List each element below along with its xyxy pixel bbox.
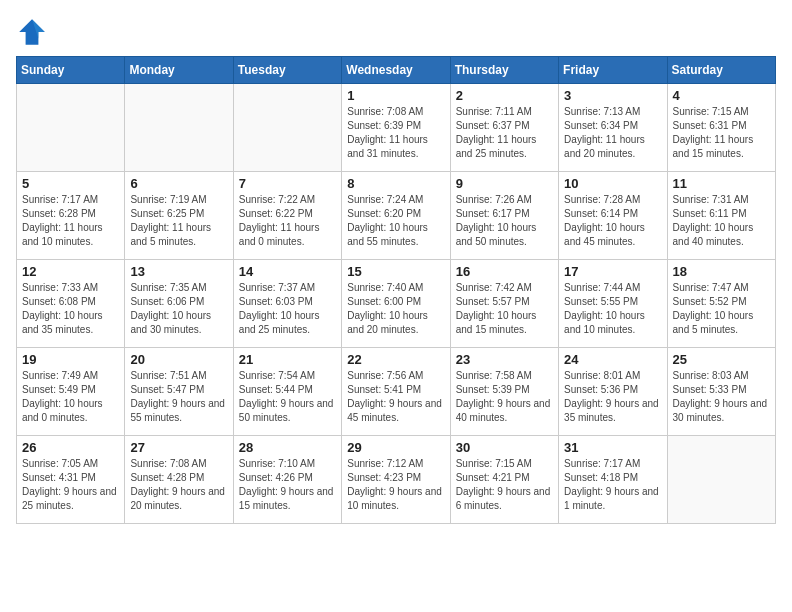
- calendar-cell: 9Sunrise: 7:26 AM Sunset: 6:17 PM Daylig…: [450, 172, 558, 260]
- day-info: Sunrise: 7:15 AM Sunset: 6:31 PM Dayligh…: [673, 105, 770, 161]
- calendar-cell: 16Sunrise: 7:42 AM Sunset: 5:57 PM Dayli…: [450, 260, 558, 348]
- calendar-cell: 22Sunrise: 7:56 AM Sunset: 5:41 PM Dayli…: [342, 348, 450, 436]
- calendar-cell: [125, 84, 233, 172]
- day-info: Sunrise: 7:17 AM Sunset: 4:18 PM Dayligh…: [564, 457, 661, 513]
- day-number: 28: [239, 440, 336, 455]
- calendar-cell: 29Sunrise: 7:12 AM Sunset: 4:23 PM Dayli…: [342, 436, 450, 524]
- calendar-cell: [667, 436, 775, 524]
- day-number: 31: [564, 440, 661, 455]
- day-info: Sunrise: 7:12 AM Sunset: 4:23 PM Dayligh…: [347, 457, 444, 513]
- weekday-header-row: SundayMondayTuesdayWednesdayThursdayFrid…: [17, 57, 776, 84]
- weekday-header-friday: Friday: [559, 57, 667, 84]
- logo-icon: [16, 16, 48, 48]
- day-info: Sunrise: 7:15 AM Sunset: 4:21 PM Dayligh…: [456, 457, 553, 513]
- day-info: Sunrise: 7:54 AM Sunset: 5:44 PM Dayligh…: [239, 369, 336, 425]
- day-number: 25: [673, 352, 770, 367]
- day-info: Sunrise: 8:01 AM Sunset: 5:36 PM Dayligh…: [564, 369, 661, 425]
- day-info: Sunrise: 7:56 AM Sunset: 5:41 PM Dayligh…: [347, 369, 444, 425]
- day-info: Sunrise: 7:05 AM Sunset: 4:31 PM Dayligh…: [22, 457, 119, 513]
- calendar-cell: 4Sunrise: 7:15 AM Sunset: 6:31 PM Daylig…: [667, 84, 775, 172]
- calendar-cell: 19Sunrise: 7:49 AM Sunset: 5:49 PM Dayli…: [17, 348, 125, 436]
- day-number: 2: [456, 88, 553, 103]
- day-info: Sunrise: 7:47 AM Sunset: 5:52 PM Dayligh…: [673, 281, 770, 337]
- calendar-week-row: 12Sunrise: 7:33 AM Sunset: 6:08 PM Dayli…: [17, 260, 776, 348]
- day-number: 27: [130, 440, 227, 455]
- calendar-cell: 2Sunrise: 7:11 AM Sunset: 6:37 PM Daylig…: [450, 84, 558, 172]
- calendar-cell: 11Sunrise: 7:31 AM Sunset: 6:11 PM Dayli…: [667, 172, 775, 260]
- day-number: 15: [347, 264, 444, 279]
- calendar-cell: [17, 84, 125, 172]
- calendar-week-row: 26Sunrise: 7:05 AM Sunset: 4:31 PM Dayli…: [17, 436, 776, 524]
- calendar-cell: [233, 84, 341, 172]
- day-number: 19: [22, 352, 119, 367]
- weekday-header-thursday: Thursday: [450, 57, 558, 84]
- day-number: 10: [564, 176, 661, 191]
- calendar-cell: 20Sunrise: 7:51 AM Sunset: 5:47 PM Dayli…: [125, 348, 233, 436]
- weekday-header-wednesday: Wednesday: [342, 57, 450, 84]
- calendar-cell: 18Sunrise: 7:47 AM Sunset: 5:52 PM Dayli…: [667, 260, 775, 348]
- calendar-cell: 25Sunrise: 8:03 AM Sunset: 5:33 PM Dayli…: [667, 348, 775, 436]
- day-info: Sunrise: 7:40 AM Sunset: 6:00 PM Dayligh…: [347, 281, 444, 337]
- calendar-table: SundayMondayTuesdayWednesdayThursdayFrid…: [16, 56, 776, 524]
- calendar-cell: 26Sunrise: 7:05 AM Sunset: 4:31 PM Dayli…: [17, 436, 125, 524]
- logo: [16, 16, 52, 48]
- day-number: 11: [673, 176, 770, 191]
- day-info: Sunrise: 7:49 AM Sunset: 5:49 PM Dayligh…: [22, 369, 119, 425]
- day-number: 6: [130, 176, 227, 191]
- day-info: Sunrise: 8:03 AM Sunset: 5:33 PM Dayligh…: [673, 369, 770, 425]
- calendar-cell: 7Sunrise: 7:22 AM Sunset: 6:22 PM Daylig…: [233, 172, 341, 260]
- calendar-cell: 10Sunrise: 7:28 AM Sunset: 6:14 PM Dayli…: [559, 172, 667, 260]
- day-number: 13: [130, 264, 227, 279]
- calendar-cell: 21Sunrise: 7:54 AM Sunset: 5:44 PM Dayli…: [233, 348, 341, 436]
- day-number: 29: [347, 440, 444, 455]
- day-info: Sunrise: 7:24 AM Sunset: 6:20 PM Dayligh…: [347, 193, 444, 249]
- weekday-header-saturday: Saturday: [667, 57, 775, 84]
- calendar-cell: 27Sunrise: 7:08 AM Sunset: 4:28 PM Dayli…: [125, 436, 233, 524]
- day-info: Sunrise: 7:31 AM Sunset: 6:11 PM Dayligh…: [673, 193, 770, 249]
- calendar-cell: 6Sunrise: 7:19 AM Sunset: 6:25 PM Daylig…: [125, 172, 233, 260]
- day-number: 30: [456, 440, 553, 455]
- day-info: Sunrise: 7:17 AM Sunset: 6:28 PM Dayligh…: [22, 193, 119, 249]
- day-number: 5: [22, 176, 119, 191]
- day-info: Sunrise: 7:08 AM Sunset: 4:28 PM Dayligh…: [130, 457, 227, 513]
- calendar-cell: 12Sunrise: 7:33 AM Sunset: 6:08 PM Dayli…: [17, 260, 125, 348]
- day-info: Sunrise: 7:37 AM Sunset: 6:03 PM Dayligh…: [239, 281, 336, 337]
- day-info: Sunrise: 7:26 AM Sunset: 6:17 PM Dayligh…: [456, 193, 553, 249]
- day-info: Sunrise: 7:51 AM Sunset: 5:47 PM Dayligh…: [130, 369, 227, 425]
- day-info: Sunrise: 7:35 AM Sunset: 6:06 PM Dayligh…: [130, 281, 227, 337]
- calendar-cell: 23Sunrise: 7:58 AM Sunset: 5:39 PM Dayli…: [450, 348, 558, 436]
- calendar-cell: 17Sunrise: 7:44 AM Sunset: 5:55 PM Dayli…: [559, 260, 667, 348]
- calendar-week-row: 1Sunrise: 7:08 AM Sunset: 6:39 PM Daylig…: [17, 84, 776, 172]
- day-number: 16: [456, 264, 553, 279]
- day-info: Sunrise: 7:08 AM Sunset: 6:39 PM Dayligh…: [347, 105, 444, 161]
- day-info: Sunrise: 7:33 AM Sunset: 6:08 PM Dayligh…: [22, 281, 119, 337]
- calendar-cell: 24Sunrise: 8:01 AM Sunset: 5:36 PM Dayli…: [559, 348, 667, 436]
- day-info: Sunrise: 7:22 AM Sunset: 6:22 PM Dayligh…: [239, 193, 336, 249]
- day-number: 1: [347, 88, 444, 103]
- day-info: Sunrise: 7:28 AM Sunset: 6:14 PM Dayligh…: [564, 193, 661, 249]
- day-number: 18: [673, 264, 770, 279]
- day-number: 7: [239, 176, 336, 191]
- calendar-cell: 3Sunrise: 7:13 AM Sunset: 6:34 PM Daylig…: [559, 84, 667, 172]
- calendar-cell: 5Sunrise: 7:17 AM Sunset: 6:28 PM Daylig…: [17, 172, 125, 260]
- day-number: 24: [564, 352, 661, 367]
- calendar-cell: 31Sunrise: 7:17 AM Sunset: 4:18 PM Dayli…: [559, 436, 667, 524]
- day-number: 4: [673, 88, 770, 103]
- day-info: Sunrise: 7:10 AM Sunset: 4:26 PM Dayligh…: [239, 457, 336, 513]
- day-number: 23: [456, 352, 553, 367]
- day-number: 12: [22, 264, 119, 279]
- day-number: 17: [564, 264, 661, 279]
- calendar-cell: 30Sunrise: 7:15 AM Sunset: 4:21 PM Dayli…: [450, 436, 558, 524]
- day-info: Sunrise: 7:19 AM Sunset: 6:25 PM Dayligh…: [130, 193, 227, 249]
- calendar-cell: 8Sunrise: 7:24 AM Sunset: 6:20 PM Daylig…: [342, 172, 450, 260]
- day-number: 8: [347, 176, 444, 191]
- day-number: 22: [347, 352, 444, 367]
- day-number: 3: [564, 88, 661, 103]
- day-info: Sunrise: 7:58 AM Sunset: 5:39 PM Dayligh…: [456, 369, 553, 425]
- day-info: Sunrise: 7:13 AM Sunset: 6:34 PM Dayligh…: [564, 105, 661, 161]
- day-number: 20: [130, 352, 227, 367]
- calendar-week-row: 19Sunrise: 7:49 AM Sunset: 5:49 PM Dayli…: [17, 348, 776, 436]
- calendar-cell: 13Sunrise: 7:35 AM Sunset: 6:06 PM Dayli…: [125, 260, 233, 348]
- day-number: 9: [456, 176, 553, 191]
- day-number: 21: [239, 352, 336, 367]
